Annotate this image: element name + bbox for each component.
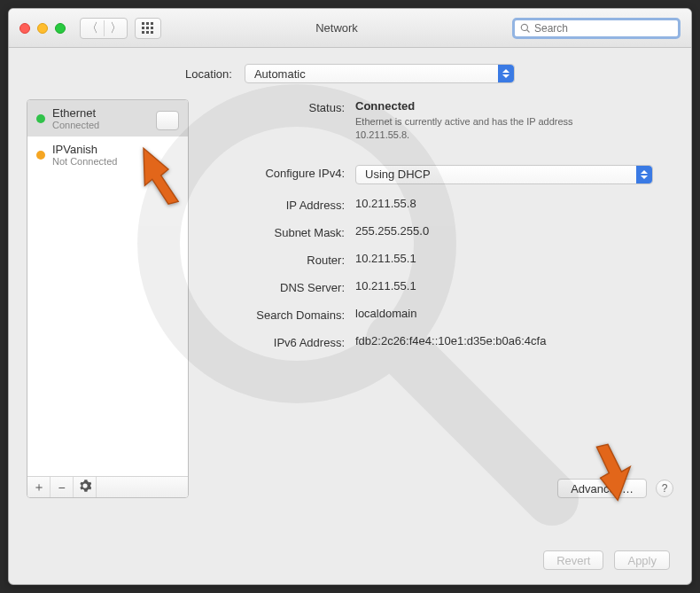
search-input[interactable] — [534, 22, 673, 35]
nav-back-forward[interactable]: 〈 〉 — [80, 18, 128, 39]
configure-value: Using DHCP — [365, 168, 431, 181]
zoom-icon[interactable] — [55, 23, 66, 34]
traffic-lights — [19, 23, 66, 34]
interface-status: Connected — [52, 120, 99, 130]
interface-name: IPVanish — [52, 143, 117, 156]
search-domains-row: Search Domains: localdomain — [206, 307, 673, 322]
svg-rect-4 — [146, 27, 149, 29]
search-field[interactable] — [512, 18, 681, 39]
status-value: Connected — [355, 99, 415, 113]
search-icon — [520, 23, 531, 34]
svg-rect-3 — [142, 27, 144, 29]
svg-rect-1 — [146, 22, 149, 25]
interface-status: Not Connected — [52, 156, 117, 167]
forward-icon[interactable]: 〉 — [104, 20, 127, 36]
remove-interface-button[interactable]: − — [51, 477, 74, 497]
interface-list: Ethernet Connected IPVanish Not Connecte… — [27, 100, 188, 476]
network-preferences-window: 〈 〉 Network Location: Automatic — [8, 8, 692, 585]
row-value: 10.211.55.8 — [355, 197, 673, 210]
configure-ipv4-popup[interactable]: Using DHCP — [355, 165, 653, 184]
main-area: Ethernet Connected IPVanish Not Connecte… — [27, 99, 673, 498]
minimize-icon[interactable] — [37, 23, 48, 34]
chevron-up-down-icon — [498, 65, 514, 82]
add-interface-button[interactable]: ＋ — [27, 477, 51, 497]
row-label: IP Address: — [206, 197, 355, 212]
svg-rect-5 — [151, 27, 153, 29]
interface-sidebar: Ethernet Connected IPVanish Not Connecte… — [27, 99, 189, 498]
footer: Revert Apply — [543, 550, 670, 570]
interface-name: Ethernet — [52, 106, 99, 120]
status-label: Status: — [206, 99, 355, 114]
row-value: 10.211.55.1 — [355, 279, 673, 293]
ipv6-address-row: IPv6 Address: fdb2:2c26:f4e4::10e1:d35e:… — [206, 334, 673, 349]
row-value: fdb2:2c26:f4e4::10e1:d35e:b0a6:4cfa — [355, 334, 673, 347]
location-popup[interactable]: Automatic — [245, 64, 515, 83]
router-row: Router: 10.211.55.1 — [206, 252, 673, 267]
detail-pane: Status: Connected Ethernet is currently … — [206, 99, 673, 498]
svg-rect-2 — [151, 22, 153, 25]
show-all-button[interactable] — [135, 18, 161, 39]
ip-address-row: IP Address: 10.211.55.8 — [206, 197, 673, 212]
row-label: Search Domains: — [206, 307, 355, 322]
close-icon[interactable] — [19, 23, 30, 34]
row-value: 10.211.55.1 — [355, 252, 673, 265]
row-value: localdomain — [355, 307, 673, 320]
row-label: Router: — [206, 252, 355, 267]
revert-button[interactable]: Revert — [543, 550, 603, 570]
svg-rect-7 — [146, 31, 149, 34]
svg-rect-6 — [142, 31, 144, 34]
status-row: Status: Connected Ethernet is currently … — [206, 99, 673, 142]
svg-rect-8 — [151, 31, 153, 34]
grid-icon — [142, 22, 154, 35]
configure-label: Configure IPv4: — [206, 165, 355, 180]
row-label: DNS Server: — [206, 279, 355, 294]
window-title: Network — [168, 21, 505, 35]
row-label: IPv6 Address: — [206, 334, 355, 349]
gear-icon — [79, 480, 91, 492]
status-dot-icon — [36, 114, 45, 123]
advanced-row: Advanced… ? — [557, 479, 673, 498]
svg-rect-0 — [142, 22, 144, 25]
advanced-button[interactable]: Advanced… — [557, 479, 647, 498]
back-icon[interactable]: 〈 — [81, 20, 104, 36]
sidebar-item-ethernet[interactable]: Ethernet Connected — [27, 100, 188, 137]
interface-actions-button[interactable] — [74, 477, 97, 497]
help-button[interactable]: ? — [656, 480, 673, 497]
chevron-up-down-icon — [636, 166, 652, 183]
configure-row: Configure IPv4: Using DHCP — [206, 165, 673, 184]
status-subtext: Ethernet is currently active and has the… — [355, 115, 621, 142]
body: Location: Automatic Ethernet Connected — [9, 48, 691, 516]
row-label: Subnet Mask: — [206, 224, 355, 239]
location-value: Automatic — [254, 67, 306, 81]
dns-server-row: DNS Server: 10.211.55.1 — [206, 279, 673, 294]
titlebar: 〈 〉 Network — [9, 9, 691, 48]
location-row: Location: Automatic — [27, 64, 673, 83]
status-dot-icon — [36, 151, 45, 160]
location-label: Location: — [185, 67, 232, 81]
row-value: 255.255.255.0 — [355, 224, 673, 238]
apply-button[interactable]: Apply — [614, 550, 670, 570]
subnet-mask-row: Subnet Mask: 255.255.255.0 — [206, 224, 673, 239]
sidebar-footer: ＋ − — [27, 476, 188, 497]
sidebar-item-ipvanish[interactable]: IPVanish Not Connected — [27, 137, 188, 173]
